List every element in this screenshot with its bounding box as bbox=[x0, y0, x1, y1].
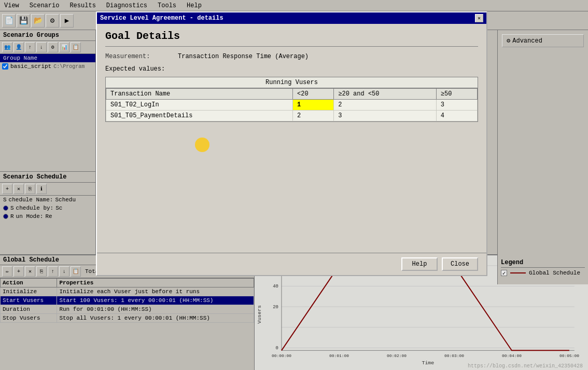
expected-values-label: Expected values: bbox=[105, 65, 478, 73]
close-button[interactable]: Close bbox=[442, 257, 478, 271]
dialog-close-titlebar-btn[interactable]: ✕ bbox=[475, 14, 483, 22]
measurement-field: Measurement: Transaction Response Time (… bbox=[105, 53, 478, 60]
sla-table-container: Running Vusers Transaction Name <20 ≥20 … bbox=[105, 77, 478, 122]
range-cell-1: 3 bbox=[334, 111, 436, 121]
dialog-title: Service Level Agreement - details bbox=[100, 15, 223, 22]
measurement-label: Measurement: bbox=[105, 53, 178, 60]
transaction-name-cell: S01_T02_LogIn bbox=[106, 100, 293, 111]
lt20-cell-1: 2 bbox=[293, 111, 334, 121]
col-lt20: <20 bbox=[293, 89, 334, 100]
col-gte50: ≥50 bbox=[436, 89, 477, 100]
sla-dialog: Service Level Agreement - details ✕ Goal… bbox=[96, 11, 487, 276]
col-transaction-name: Transaction Name bbox=[106, 89, 293, 100]
dialog-footer: Help Close bbox=[97, 253, 486, 275]
dialog-titlebar: Service Level Agreement - details ✕ bbox=[97, 12, 486, 24]
measurement-value: Transaction Response Time (Average) bbox=[178, 53, 309, 60]
lt20-cell-0: 1 bbox=[293, 100, 334, 111]
sla-table: Transaction Name <20 ≥20 and <50 ≥50 S01… bbox=[106, 88, 478, 121]
dialog-heading: Goal Details bbox=[105, 30, 478, 42]
transaction-name-cell: S01_T05_PaymentDetails bbox=[106, 111, 293, 121]
table-row: S01_T02_LogIn 1 2 3 bbox=[106, 100, 478, 111]
running-vusers-header: Running Vusers bbox=[106, 77, 478, 88]
dialog-divider bbox=[105, 46, 478, 47]
range-cell-0: 2 bbox=[334, 100, 436, 111]
gte50-cell-0: 3 bbox=[436, 100, 477, 111]
dialog-body: Goal Details Measurement: Transaction Re… bbox=[97, 24, 486, 253]
col-range: ≥20 and <50 bbox=[334, 89, 436, 100]
table-row: S01_T05_PaymentDetails 2 3 4 bbox=[106, 111, 478, 121]
help-button[interactable]: Help bbox=[401, 257, 438, 271]
gte50-cell-1: 4 bbox=[436, 111, 477, 121]
